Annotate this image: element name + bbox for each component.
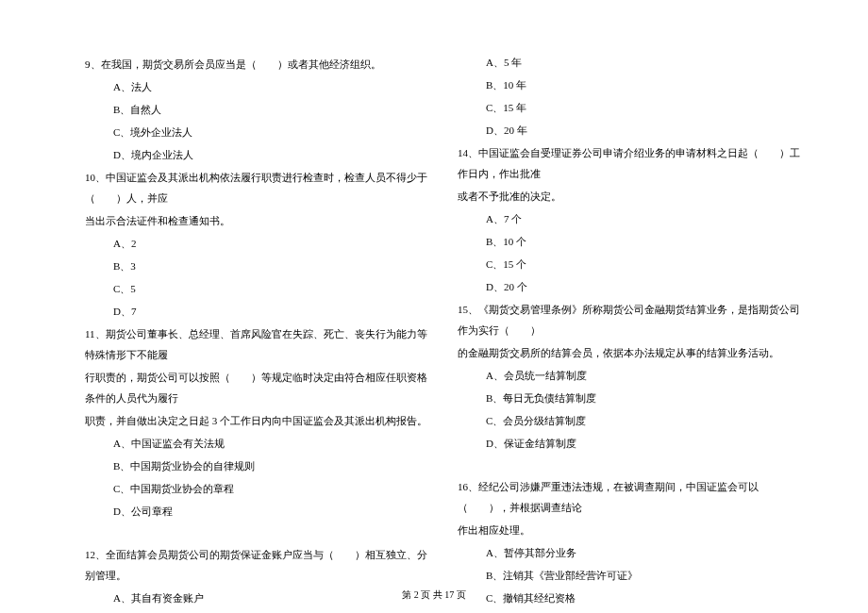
- q16-stem-1: 16、经纪公司涉嫌严重违法违规，在被调查期间，中国证监会可以（ ），并根据调查结…: [458, 476, 802, 518]
- spacer: [85, 523, 429, 542]
- page-container: 9、在我国，期货交易所会员应当是（ ）或者其他经济组织。 A、法人 B、自然人 …: [0, 0, 868, 613]
- q11-option-a: A、中国证监会有关法规: [85, 433, 429, 454]
- q16-option-b: B、注销其《营业部经营许可证》: [458, 565, 802, 586]
- q9-option-d: D、境内企业法人: [85, 144, 429, 165]
- q14-option-d: D、20 个: [458, 276, 802, 297]
- q9-option-c: C、境外企业法人: [85, 122, 429, 142]
- q14-stem-1: 14、中国证监会自受理证券公司申请介绍业务的申请材料之日起（ ）工作日内，作出批…: [458, 142, 802, 184]
- q13-option-d: D、20 年: [458, 120, 802, 141]
- q16-stem-2: 作出相应处理。: [458, 520, 802, 540]
- q11-stem-2: 行职责的，期货公司可以按照（ ）等规定临时决定由符合相应任职资格条件的人员代为履…: [85, 367, 429, 408]
- q10-stem-2: 当出示合法证件和检查通知书。: [85, 210, 429, 231]
- left-column: 9、在我国，期货交易所会员应当是（ ）或者其他经济组织。 A、法人 B、自然人 …: [85, 52, 429, 613]
- q11-stem-1: 11、期货公司董事长、总经理、首席风险官在失踪、死亡、丧失行为能力等特殊情形下不…: [85, 323, 429, 365]
- q11-option-c: C、中国期货业协会的章程: [85, 478, 429, 499]
- q13-option-a: A、5 年: [458, 52, 802, 73]
- q15-stem-2: 的金融期货交易所的结算会员，依据本办法规定从事的结算业务活动。: [458, 342, 802, 363]
- q10-option-b: B、3: [85, 256, 429, 276]
- q14-option-b: B、10 个: [458, 231, 802, 252]
- q15-option-a: A、会员统一结算制度: [458, 365, 802, 386]
- q14-option-c: C、15 个: [458, 254, 802, 274]
- q10-option-c: C、5: [85, 278, 429, 299]
- q9-stem: 9、在我国，期货交易所会员应当是（ ）或者其他经济组织。: [85, 54, 429, 75]
- q15-option-c: C、会员分级结算制度: [458, 410, 802, 431]
- q14-option-a: A、7 个: [458, 208, 802, 229]
- q11-option-d: D、公司章程: [85, 501, 429, 522]
- q10-option-a: A、2: [85, 233, 429, 254]
- q13-option-c: C、15 年: [458, 97, 802, 118]
- q14-stem-2: 或者不予批准的决定。: [458, 186, 802, 207]
- q16-option-a: A、暂停其部分业务: [458, 542, 802, 563]
- q11-option-b: B、中国期货业协会的自律规则: [85, 456, 429, 476]
- q15-option-b: B、每日无负债结算制度: [458, 388, 802, 408]
- q9-option-a: A、法人: [85, 76, 429, 97]
- q11-stem-3: 职责，并自做出决定之日起 3 个工作日内向中国证监会及其派出机构报告。: [85, 410, 429, 431]
- right-column: A、5 年 B、10 年 C、15 年 D、20 年 14、中国证监会自受理证券…: [458, 52, 802, 613]
- q12-stem: 12、全面结算会员期货公司的期货保证金账户应当与（ ）相互独立、分别管理。: [85, 544, 429, 586]
- spacer: [458, 456, 802, 474]
- q13-option-b: B、10 年: [458, 75, 802, 95]
- q10-option-d: D、7: [85, 301, 429, 322]
- q15-stem-1: 15、《期货交易管理条例》所称期货公司金融期货结算业务，是指期货公司作为实行（ …: [458, 299, 802, 340]
- q9-option-b: B、自然人: [85, 99, 429, 120]
- q15-option-d: D、保证金结算制度: [458, 433, 802, 454]
- q10-stem-1: 10、中国证监会及其派出机构依法履行职责进行检查时，检查人员不得少于（ ）人，并…: [85, 167, 429, 208]
- page-footer: 第 2 页 共 17 页: [0, 588, 868, 602]
